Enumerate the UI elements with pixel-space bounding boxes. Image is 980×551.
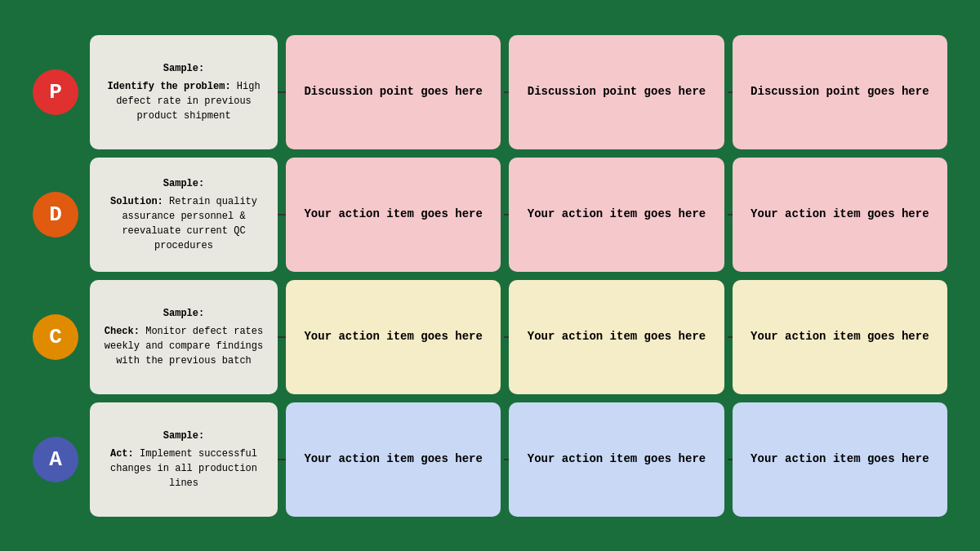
circle-c: C [33, 314, 78, 360]
row-d: D Sample: Solution: Retrain quality assu… [33, 158, 947, 272]
circle-letter: P [49, 80, 62, 104]
sample-card-p[interactable]: Sample: Identify the problem: High defec… [90, 35, 278, 149]
card-text: Your action item goes here [528, 207, 706, 223]
card-text: Your action item goes here [751, 451, 929, 468]
card-text: Your action item goes here [304, 329, 482, 345]
discussion-card-p-2[interactable]: Discussion point goes here [509, 35, 724, 149]
card-text: Your action item goes here [528, 451, 706, 468]
row-c: C Sample: Check: Monitor defect rates we… [33, 280, 947, 394]
card-text: Discussion point goes here [304, 84, 482, 100]
action-card-a-2[interactable]: Your action item goes here [509, 402, 724, 517]
circle-a: A [33, 437, 78, 482]
circle-letter: C [49, 325, 62, 349]
action-card-d-3[interactable]: Your action item goes here [733, 158, 947, 272]
sample-card-a[interactable]: Sample: Act: Implement successful change… [90, 402, 278, 517]
card-text: Your action item goes here [304, 207, 482, 223]
card-text: Your action item goes here [751, 329, 929, 345]
circle-p: P [33, 69, 78, 115]
discussion-card-p-3[interactable]: Discussion point goes here [733, 35, 947, 149]
card-text: Your action item goes here [751, 207, 929, 223]
discussion-card-p-1[interactable]: Discussion point goes here [286, 35, 501, 149]
pdca-grid: P Sample: Identify the problem: High def… [33, 35, 947, 517]
action-card-d-2[interactable]: Your action item goes here [509, 158, 724, 272]
action-card-c-1[interactable]: Your action item goes here [286, 280, 501, 394]
circle-letter: A [49, 447, 62, 472]
card-text: Your action item goes here [528, 329, 706, 345]
circle-letter: D [49, 202, 62, 227]
row-p: P Sample: Identify the problem: High def… [33, 35, 947, 149]
card-text: Discussion point goes here [528, 84, 706, 100]
sample-card-c[interactable]: Sample: Check: Monitor defect rates week… [90, 280, 278, 394]
action-card-a-3[interactable]: Your action item goes here [733, 402, 947, 517]
action-card-a-1[interactable]: Your action item goes here [286, 402, 501, 517]
sample-card-d[interactable]: Sample: Solution: Retrain quality assura… [90, 158, 278, 272]
circle-d: D [33, 192, 78, 238]
row-a: A Sample: Act: Implement successful chan… [33, 402, 947, 517]
card-text: Your action item goes here [304, 451, 482, 468]
action-card-c-2[interactable]: Your action item goes here [509, 280, 724, 394]
card-text: Discussion point goes here [751, 84, 929, 100]
action-card-c-3[interactable]: Your action item goes here [733, 280, 947, 394]
action-card-d-1[interactable]: Your action item goes here [286, 158, 501, 272]
